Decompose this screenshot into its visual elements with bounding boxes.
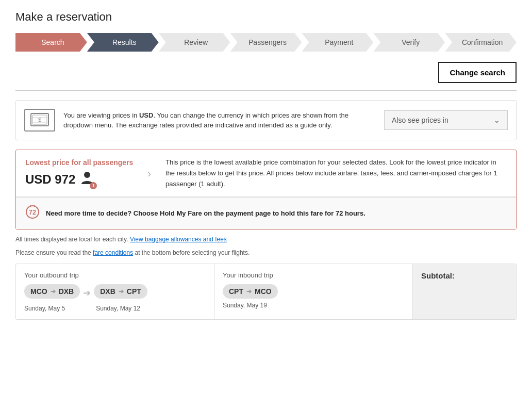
progress-bar: Search Results Review Passengers Payment… (15, 33, 517, 52)
outbound-date2: Sunday, May 12 (96, 305, 140, 312)
inbound-date1: Sunday, May 19 (223, 302, 404, 309)
info-line-1: All times displayed are local for each c… (15, 236, 517, 243)
info-line-2: Please ensure you read the fare conditio… (15, 249, 517, 256)
outbound-trip-col: Your outbound trip MCO ➔ DXB ➔ DXB ➔ CPT… (16, 264, 214, 319)
outbound-leg2-arrow-icon: ➔ (119, 288, 124, 295)
step-search[interactable]: Search (15, 33, 87, 52)
section-divider (15, 90, 517, 91)
step-payment[interactable]: Payment (302, 33, 373, 52)
step-results[interactable]: Results (87, 33, 159, 52)
hold-fare-text: Need more time to decide? Choose Hold My… (46, 209, 365, 217)
inbound-trip-title: Your inbound trip (223, 271, 404, 279)
lowest-price-label: Lowest price for all passengers (25, 158, 133, 167)
currency-text: You are viewing prices in USD. You can c… (63, 110, 376, 130)
step-passengers[interactable]: Passengers (230, 33, 302, 52)
top-action-area: Change search (15, 62, 517, 83)
money-icon: $ (30, 113, 49, 127)
page-title: Make a reservation (15, 10, 517, 24)
currency-bold: USD (139, 111, 153, 119)
hold-fare-icon: 72 (25, 205, 40, 222)
outbound-leg2-pill: DXB ➔ CPT (94, 284, 147, 299)
price-value: USD 972 (25, 172, 75, 187)
svg-point-5 (84, 172, 90, 178)
price-arrow-icon: › (147, 168, 151, 179)
inbound-leg1: CPT ➔ MCO (223, 284, 404, 299)
change-search-button[interactable]: Change search (438, 62, 517, 83)
outbound-leg1-from: MCO ➔ DXB (24, 284, 80, 299)
baggage-link[interactable]: View baggage allowances and fees (130, 236, 227, 243)
outbound-trip-title: Your outbound trip (24, 271, 206, 279)
svg-text:72: 72 (29, 208, 36, 216)
step-review[interactable]: Review (159, 33, 230, 52)
passenger-icon: 1 (80, 171, 94, 188)
step-verify[interactable]: Verify (373, 33, 445, 52)
clock-icon: 72 (25, 205, 40, 219)
outbound-leg2: DXB ➔ CPT (94, 284, 147, 299)
inbound-trip-col: Your inbound trip CPT ➔ MCO Sunday, May … (214, 264, 413, 319)
currency-dropdown-label: Also see prices in (392, 116, 448, 124)
lowest-price-header: Lowest price for all passengers USD 972 … (16, 150, 516, 197)
lowest-price-amount: USD 972 1 (25, 171, 133, 188)
subtotal-col: Subtotal: (413, 264, 516, 319)
step-confirmation[interactable]: Confirmation (445, 33, 517, 52)
currency-notice: $ You are viewing prices in USD. You can… (15, 100, 517, 140)
lowest-price-description: This price is the lowest available price… (165, 157, 507, 189)
currency-dropdown[interactable]: Also see prices in ⌄ (384, 110, 508, 130)
hold-fare-notice: 72 Need more time to decide? Choose Hold… (16, 197, 516, 229)
passenger-badge: 1 (90, 182, 97, 189)
outbound-leg1-arrow-icon: ➔ (51, 288, 56, 295)
currency-icon: $ (24, 109, 55, 132)
subtotal-label: Subtotal: (421, 271, 508, 280)
outbound-leg1: MCO ➔ DXB (24, 284, 80, 299)
inbound-leg1-arrow-icon: ➔ (246, 288, 252, 295)
inbound-leg1-pill: CPT ➔ MCO (223, 284, 278, 299)
trip-table: Your outbound trip MCO ➔ DXB ➔ DXB ➔ CPT… (15, 264, 517, 320)
lowest-price-left: Lowest price for all passengers USD 972 … (25, 158, 133, 188)
chevron-down-icon: ⌄ (494, 116, 500, 124)
outbound-trip-arrow-icon: ➔ (83, 287, 91, 299)
lowest-price-box: Lowest price for all passengers USD 972 … (15, 150, 517, 230)
fare-conditions-link[interactable]: fare conditions (93, 249, 133, 256)
outbound-date1: Sunday, May 5 (24, 305, 65, 312)
